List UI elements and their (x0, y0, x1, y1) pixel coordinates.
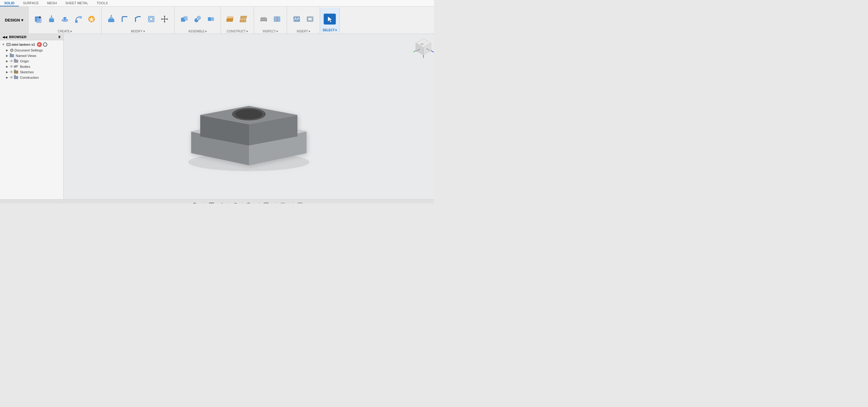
construction-arrow[interactable]: ▶ (5, 75, 9, 80)
decal-button[interactable] (304, 13, 316, 25)
fit-all-button[interactable] (207, 201, 216, 204)
pan-button[interactable] (218, 201, 226, 204)
bodies-visibility-eye[interactable]: 👁 (10, 65, 13, 69)
svg-rect-87 (212, 203, 214, 204)
tree-bodies[interactable]: ▶ 👁 Bodies (0, 64, 63, 69)
press-pull-button[interactable] (105, 13, 117, 25)
canvas-button[interactable] (291, 13, 303, 25)
component-icon (6, 42, 11, 47)
inspect-label[interactable]: INSPECT ▾ (263, 30, 278, 33)
shell-button[interactable] (145, 13, 157, 25)
svg-point-57 (11, 50, 13, 51)
select-icons (322, 9, 337, 28)
named-views-arrow[interactable]: ▶ (5, 54, 9, 58)
select-label[interactable]: SELECT ▾ (323, 29, 337, 32)
chamfer-button[interactable] (132, 13, 144, 25)
svg-rect-9 (64, 18, 65, 20)
grid-dropdown[interactable]: ▾ (306, 203, 308, 204)
comments-controls: + ⏸ (54, 203, 61, 204)
named-views-folder-icon (10, 54, 14, 57)
tree-construction[interactable]: ▶ 👁 Construction (0, 75, 63, 80)
3d-model (173, 59, 324, 174)
revolve-button[interactable] (59, 13, 71, 25)
add-comment-button[interactable]: + (54, 203, 56, 204)
bodies-arrow[interactable]: ▶ (5, 65, 9, 69)
new-body-button[interactable] (32, 13, 44, 25)
view-cube[interactable]: TOP RIGHT FRONT Z X (413, 37, 431, 55)
sketches-arrow[interactable]: ▶ (5, 70, 9, 74)
fillet-button[interactable] (119, 13, 131, 25)
collapse-browser-button[interactable]: ◀◀ (2, 35, 7, 39)
display-dropdown[interactable]: ▾ (272, 203, 274, 204)
svg-marker-5 (49, 16, 54, 19)
divider-3 (242, 202, 243, 204)
extrude-button[interactable] (45, 13, 58, 25)
create-more-button[interactable] (86, 13, 98, 25)
status-dot (43, 42, 47, 47)
joint-button[interactable] (191, 13, 204, 25)
origin-arrow[interactable]: ▶ (5, 59, 9, 63)
svg-rect-38 (261, 18, 267, 20)
svg-rect-18 (150, 18, 153, 21)
svg-rect-55 (7, 44, 10, 45)
select-button[interactable] (324, 13, 336, 25)
midplane-button[interactable] (238, 13, 250, 25)
create-label[interactable]: CREATE ▾ (58, 30, 72, 33)
design-button[interactable]: DESIGN ▾ (0, 7, 29, 34)
modify-label[interactable]: MODIFY ▾ (131, 30, 145, 33)
zoom-button[interactable] (245, 201, 253, 204)
visual-style-dropdown[interactable]: ▾ (289, 203, 291, 204)
doc-settings-arrow[interactable]: ▶ (5, 48, 9, 53)
construction-visibility-eye[interactable]: 👁 (10, 75, 13, 80)
status-bar: COMMENTS + ⏸ ▾ (0, 199, 434, 203)
measure-button[interactable] (258, 13, 270, 25)
construct-label[interactable]: CONSTRUCT ▾ (227, 30, 248, 33)
tab-tools[interactable]: TOOLS (92, 0, 112, 6)
grid-button[interactable] (296, 201, 304, 204)
tab-solid[interactable]: SOLID (0, 0, 19, 6)
insert-label[interactable]: INSERT ▾ (297, 30, 310, 33)
browser-panel: ◀◀ BROWSER ⏸ ▼ mini lantern v1 R ▶ (0, 34, 64, 199)
svg-marker-22 (164, 22, 165, 23)
reorient-dropdown[interactable]: ▾ (200, 203, 202, 204)
offset-plane-button[interactable] (224, 13, 237, 25)
tab-mesh[interactable]: MESH (43, 0, 61, 6)
new-component-asm-button[interactable] (178, 13, 190, 25)
tab-surface[interactable]: SURFACE (19, 0, 43, 6)
comments-section: COMMENTS + ⏸ (0, 203, 64, 204)
tree-named-views[interactable]: ▶ Named Views (0, 53, 63, 59)
modify-section: MODIFY ▾ (101, 7, 175, 34)
assemble-label[interactable]: ASSEMBLE ▾ (188, 30, 207, 33)
bodies-icon (14, 65, 18, 68)
reorient-button[interactable] (190, 201, 199, 204)
zoom-dropdown[interactable]: ▾ (255, 203, 257, 204)
3d-viewport[interactable]: TOP RIGHT FRONT Z X (64, 34, 434, 199)
main-toolbar: DESIGN ▾ (0, 7, 434, 34)
viewport-canvas: TOP RIGHT FRONT Z X (64, 34, 434, 199)
tree-root-arrow[interactable]: ▼ (1, 42, 5, 47)
assemble-more-button[interactable] (205, 13, 217, 25)
tree-origin[interactable]: ▶ 👁 Origin (0, 59, 63, 64)
display-mode-button[interactable] (262, 201, 270, 204)
select-section: SELECT ▾ (320, 8, 340, 32)
svg-rect-17 (149, 16, 154, 22)
visual-style-button[interactable] (279, 201, 287, 204)
browser-pin[interactable]: ⏸ (58, 35, 61, 39)
svg-rect-11 (80, 16, 82, 19)
tree-document-settings[interactable]: ▶ Document Settings (0, 47, 63, 53)
bodies-label: Bodies (20, 65, 30, 68)
insert-section: INSERT ▾ (287, 7, 320, 34)
pin-panel-button[interactable]: ⏸ (58, 203, 61, 204)
move-button[interactable] (158, 13, 170, 25)
section-analysis-button[interactable] (271, 13, 283, 25)
svg-marker-21 (164, 15, 165, 16)
tab-sheet-metal[interactable]: SHEET METAL (61, 0, 92, 6)
svg-rect-59 (15, 65, 18, 67)
origin-visibility-eye[interactable]: 👁 (10, 59, 13, 63)
svg-rect-4 (49, 19, 54, 22)
tree-root-item[interactable]: ▼ mini lantern v1 R (0, 41, 63, 47)
sweep-button[interactable] (72, 13, 84, 25)
sketches-visibility-eye[interactable]: 👁 (10, 70, 13, 74)
orbit-button[interactable] (231, 201, 240, 204)
tree-sketches[interactable]: ▶ 👁 Sketches (0, 69, 63, 75)
